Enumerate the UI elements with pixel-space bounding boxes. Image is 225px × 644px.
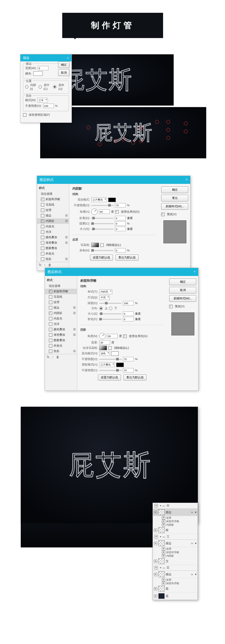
arrow-icon[interactable]: ↕ (44, 263, 46, 267)
gradient-overlay-item[interactable]: 渐变叠加⊞ (37, 240, 69, 246)
angle-input[interactable] (107, 334, 118, 338)
cancel-button[interactable]: 取消 (169, 287, 196, 294)
ok-button[interactable]: 确定 (161, 186, 188, 193)
altitude-input[interactable] (99, 340, 110, 345)
make-default-button[interactable]: 设置为默认值 (98, 374, 121, 381)
gloss-contour-picker[interactable] (99, 346, 107, 350)
bevel-item[interactable]: 斜面和浮雕 (45, 289, 77, 294)
blend-mode-select[interactable]: 正常 (37, 98, 48, 103)
choke-input[interactable] (115, 221, 126, 226)
stroke-color-swatch[interactable] (33, 71, 43, 76)
eye-icon[interactable]: 👁 (162, 516, 165, 520)
angle-dial[interactable] (99, 333, 106, 339)
effect-row[interactable]: 👁效果 (153, 516, 198, 520)
effect-row[interactable]: 👁斜面和浮雕 (153, 520, 198, 523)
eye-icon[interactable]: 👁 (154, 566, 158, 569)
noise-slider[interactable] (91, 250, 114, 251)
eye-icon[interactable]: 👁 (154, 529, 157, 532)
shadow-mode-select[interactable]: 正片叠底 (99, 362, 115, 367)
drop-shadow-item[interactable]: 投影⊞ (37, 256, 69, 262)
texture-item[interactable]: 纹理 (37, 208, 69, 213)
pattern-overlay-item[interactable]: 图案叠加 (45, 338, 77, 343)
preview-check[interactable] (161, 213, 165, 216)
shadow-color-swatch[interactable] (108, 198, 116, 202)
angle-dial[interactable] (91, 208, 98, 215)
trash-icon[interactable]: 🗑 (56, 355, 59, 359)
eye-icon[interactable]: 👁 (154, 587, 157, 591)
effect-row[interactable]: 👁效果 (153, 578, 198, 582)
dir-down-radio[interactable] (109, 307, 112, 310)
pos-inside-radio[interactable] (25, 85, 28, 89)
highlight-mode-select[interactable]: 滤色 (99, 351, 110, 356)
trash-icon[interactable]: 🗑 (48, 263, 51, 267)
choke-slider[interactable] (91, 223, 114, 224)
satin-item[interactable]: 光泽 (37, 229, 69, 235)
eye-icon[interactable]: 👁 (154, 504, 158, 507)
effect-row[interactable]: 👁斜面和浮雕 (153, 551, 198, 554)
eye-icon[interactable]: 👁 (162, 578, 165, 582)
size-input[interactable] (123, 311, 134, 316)
eye-icon[interactable]: 👁 (162, 520, 165, 523)
plus-icon[interactable]: ⊞ (73, 333, 76, 336)
distance-slider[interactable] (91, 218, 114, 219)
gradient-overlay-item[interactable]: 渐变叠加⊞ (45, 332, 77, 338)
new-style-button[interactable]: 新建样式(W)... (169, 295, 196, 302)
plus-icon[interactable]: ⊞ (73, 327, 76, 331)
eye-icon[interactable]: 👁 (162, 523, 165, 527)
eye-icon[interactable]: 👁 (154, 594, 157, 598)
close-icon[interactable]: × (194, 270, 196, 274)
plus-icon[interactable]: ⊞ (65, 214, 68, 217)
noise-input[interactable] (115, 248, 126, 253)
eye-icon[interactable]: 👁 (154, 535, 158, 538)
pos-center-radio[interactable] (39, 85, 42, 89)
soften-slider[interactable] (99, 319, 122, 320)
plus-icon[interactable]: ⊞ (65, 241, 68, 244)
chevron-down-icon[interactable]: ▾ (195, 542, 197, 545)
fx-icon[interactable]: fx (191, 573, 194, 576)
chevron-down-icon[interactable]: ▾ (195, 511, 197, 514)
angle-input[interactable] (99, 209, 110, 214)
preview-check[interactable] (169, 305, 173, 308)
drop-shadow-item[interactable]: 投影⊞ (45, 349, 77, 354)
outer-glow-item[interactable]: 外发光 (45, 343, 77, 349)
opacity-slider[interactable] (91, 205, 114, 206)
ok-button[interactable]: 确定 (169, 279, 196, 285)
plus-icon[interactable]: ⊞ (65, 235, 68, 239)
effect-row[interactable]: 👁斜面和浮雕 (153, 582, 198, 585)
shadow-color-swatch[interactable] (116, 363, 124, 367)
close-icon[interactable]: × (67, 56, 69, 60)
inner-glow-item[interactable]: 内发光 (45, 316, 77, 321)
outer-glow-item[interactable]: 外发光 (37, 251, 69, 256)
size-slider[interactable] (91, 229, 114, 230)
antialias-check[interactable] (108, 346, 112, 350)
blend-mode-select[interactable]: 正片叠底 (91, 197, 107, 202)
depth-slider[interactable] (99, 303, 122, 304)
layer-row[interactable]: 👁描边fx▾ (153, 540, 198, 547)
eye-icon[interactable]: 👁 (162, 551, 165, 554)
eye-icon[interactable]: 👁 (162, 547, 165, 551)
blend-options-item[interactable]: 混合选项 (37, 191, 69, 197)
reset-default-button[interactable]: 复位为默认值 (124, 374, 146, 381)
fx-icon[interactable]: fx (191, 542, 194, 545)
eye-icon[interactable]: 👁 (162, 582, 165, 585)
highlight-opacity-slider[interactable] (99, 359, 122, 360)
stroke-item[interactable]: 描边⊞ (45, 305, 77, 310)
arrow-icon[interactable]: ▾ (160, 566, 161, 569)
pos-outside-radio[interactable] (53, 85, 56, 89)
bevel-style-select[interactable]: 内斜面 (99, 289, 112, 294)
stroke-width-input[interactable] (38, 66, 49, 70)
satin-item[interactable]: 光泽 (45, 321, 77, 327)
effect-row[interactable]: 👁效果 (153, 547, 198, 551)
bevel-technique-select[interactable]: 平滑 (99, 295, 110, 300)
preserve-transparency-check[interactable] (23, 113, 26, 117)
contour-item[interactable]: 等高线 (45, 294, 77, 300)
distance-input[interactable] (115, 216, 126, 220)
new-style-button[interactable]: 新建样式(W)... (161, 203, 188, 210)
fx-icon[interactable]: fx (39, 263, 41, 267)
chevron-down-icon[interactable]: ▾ (195, 573, 197, 576)
shadow-opacity-slider[interactable] (99, 370, 122, 371)
inner-shadow-item[interactable]: 内阴影⊞ (37, 218, 69, 224)
group-ai[interactable]: 艾 (167, 535, 196, 539)
layer-row[interactable]: 👁屁 (153, 585, 198, 593)
inner-glow-item[interactable]: 内发光 (37, 224, 69, 229)
